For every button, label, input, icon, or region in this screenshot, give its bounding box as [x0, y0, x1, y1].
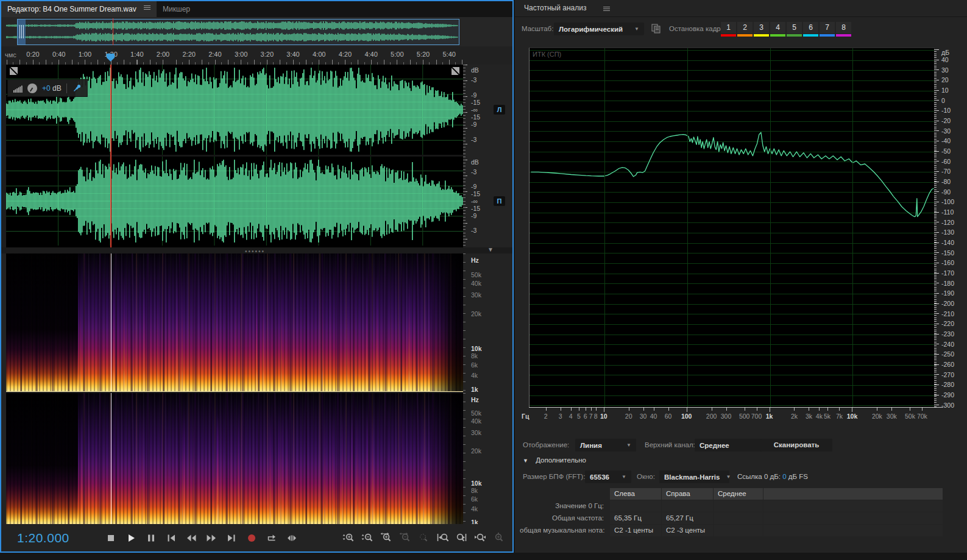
scan-button[interactable]: Сканировать — [760, 439, 832, 452]
copy-icon[interactable] — [650, 23, 662, 37]
db-tick-label: -220 — [941, 320, 954, 327]
window-select[interactable]: Blackman-Harris▼ — [659, 470, 729, 483]
display-label: Отображение: — [523, 441, 569, 448]
db-tick-label: -150 — [941, 249, 954, 257]
reference-db: Ссылка 0 дБ: 0 дБ FS — [737, 473, 808, 480]
overview-strip[interactable] — [1, 17, 512, 46]
zoom-in-selection-right-button[interactable] — [454, 531, 469, 545]
panel-menu-icon[interactable] — [603, 5, 610, 12]
frequency-plot[interactable]: ИТК (СП) — [529, 48, 935, 408]
gain-knob[interactable] — [27, 83, 37, 93]
tab-editor[interactable]: Редактор: B4 One Summer Dream.wav — [1, 1, 157, 17]
spectrogram-playhead — [111, 253, 112, 391]
channel-right-badge[interactable]: П — [494, 196, 505, 206]
freq-tick — [629, 408, 629, 411]
frequency-curve — [530, 48, 934, 408]
freq-tick — [794, 408, 795, 411]
tab-mixer[interactable]: Микшер — [157, 1, 196, 17]
db-tick-label: 20 — [941, 76, 949, 83]
channel-left-badge[interactable]: Л — [494, 105, 505, 115]
frame-hold-button-2[interactable]: 2 — [737, 22, 753, 37]
frame-hold-button-4[interactable]: 4 — [770, 22, 785, 37]
fft-size-select[interactable]: 65536▼ — [585, 470, 631, 483]
pause-button[interactable] — [144, 531, 158, 545]
zoom-in-vertical-button[interactable] — [341, 531, 355, 545]
pane-splitter[interactable]: •••••• ▼ — [1, 247, 512, 253]
record-button[interactable] — [244, 531, 259, 545]
freq-tick — [819, 408, 820, 411]
freq-tick-label: 500 — [739, 413, 750, 420]
frequency-axis: Гц 234567810203040601002003005007001k2k3… — [529, 407, 953, 423]
waveform-display[interactable]: +0 dB — [6, 65, 463, 247]
waveform-left-channel[interactable] — [6, 65, 463, 155]
x-axis-unit: Гц — [522, 413, 529, 420]
hz-scale-label: 30k — [471, 291, 481, 299]
freq-tick-label: 2k — [791, 413, 798, 420]
gain-hud[interactable]: +0 dB — [7, 79, 88, 97]
spectrogram-right-channel[interactable] — [6, 393, 463, 525]
db-tick-label: -170 — [941, 269, 954, 277]
time-display[interactable]: 1:20.000 — [17, 531, 69, 545]
zoom-in-horizontal-button[interactable] — [378, 531, 393, 545]
panel-menu-icon[interactable] — [144, 4, 151, 11]
freq-tick-label: 50k — [905, 413, 915, 420]
level-bars-icon — [13, 83, 23, 93]
frame-hold-button-6[interactable]: 6 — [803, 22, 818, 37]
scale-select[interactable]: Логарифмический▼ — [554, 23, 644, 35]
pin-icon[interactable] — [72, 83, 82, 93]
db-tick-label: -10 — [941, 107, 951, 114]
overview-selection[interactable] — [17, 19, 459, 45]
stop-button[interactable] — [104, 531, 118, 545]
timeline-ruler[interactable]: чмс 0:200:401:001:201:402:002:202:403:00… — [1, 46, 512, 65]
play-button[interactable] — [124, 531, 138, 545]
overview-selection-handle[interactable] — [18, 19, 26, 44]
frame-hold-button-7[interactable]: 7 — [820, 22, 835, 37]
waveform-right-channel[interactable] — [6, 157, 463, 246]
zoom-out-vertical-button[interactable] — [360, 531, 374, 545]
frame-hold-button-1[interactable]: 1 — [721, 22, 736, 37]
frame-hold-color-bar — [787, 34, 802, 37]
spectrogram-left-channel[interactable] — [6, 253, 463, 392]
rewind-button[interactable] — [184, 531, 199, 545]
hz-scale-label: 8k — [471, 487, 478, 494]
fade-in-handle[interactable] — [10, 67, 18, 75]
scale-label: Масштаб: — [522, 25, 553, 32]
table-cell: 65,27 Гц — [662, 512, 713, 524]
tab-mixer-label: Микшер — [163, 5, 190, 13]
freq-tick-label: 60 — [665, 413, 672, 420]
db-tick-label: -290 — [941, 391, 954, 399]
frame-hold-button-3[interactable]: 3 — [754, 22, 769, 37]
freq-tick — [726, 408, 727, 411]
chevron-down-icon[interactable]: ▼ — [487, 246, 494, 253]
zoom-to-selection-button[interactable] — [473, 531, 487, 545]
frame-hold-color-bar — [770, 34, 785, 37]
db-scale-label: dB — [471, 158, 479, 166]
loop-playback-button[interactable] — [264, 531, 279, 545]
skip-selection-button[interactable] — [285, 531, 299, 545]
db-tick-label: -20 — [941, 117, 951, 124]
freq-tick-label: 200 — [706, 413, 717, 420]
ruler-time-label: 4:00 — [313, 51, 325, 58]
table-header-right: Справа — [662, 488, 713, 500]
go-to-start-button[interactable] — [164, 531, 179, 545]
fade-out-handle[interactable] — [452, 67, 459, 75]
frame-hold-button-5[interactable]: 5 — [787, 22, 802, 37]
freq-tick — [922, 408, 923, 411]
frame-hold-button-8[interactable]: 8 — [836, 22, 851, 37]
table-header-left: Слева — [610, 488, 661, 500]
fast-forward-button[interactable] — [204, 531, 219, 545]
table-cell — [714, 512, 763, 524]
ruler-time-label: 5:00 — [391, 51, 403, 58]
go-to-end-button[interactable] — [224, 531, 239, 545]
advanced-expander[interactable]: ▼ Дополнительно — [523, 456, 586, 464]
freq-tick — [586, 408, 586, 411]
freq-tick — [546, 408, 547, 411]
ruler-time-label: 2:20 — [182, 51, 195, 58]
db-tick-label: -60 — [941, 158, 951, 165]
db-tick-label: -230 — [941, 330, 954, 338]
zoom-in-selection-left-button[interactable] — [435, 531, 450, 545]
freq-tick — [687, 408, 687, 412]
tab-frequency-analysis[interactable]: Частотный анализ — [524, 4, 586, 12]
freq-tick — [745, 408, 745, 411]
display-select[interactable]: Линия▼ — [575, 439, 636, 452]
